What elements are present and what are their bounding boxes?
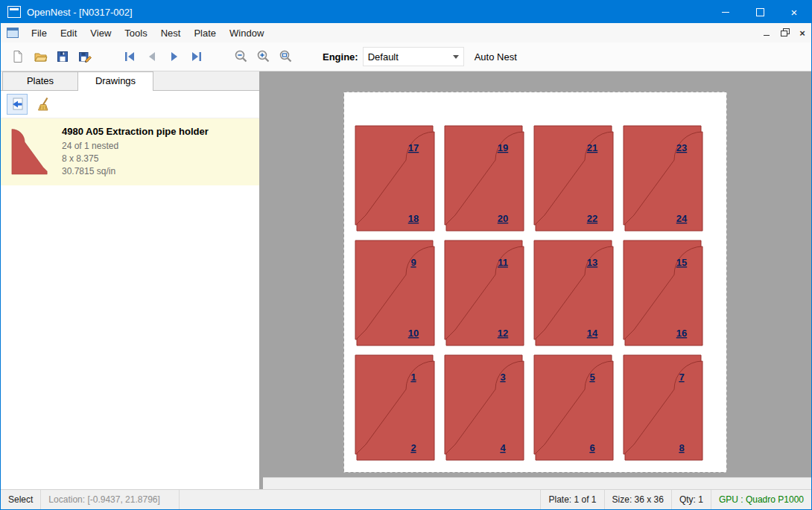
- close-button[interactable]: ×: [777, 1, 811, 23]
- part-number: 14: [587, 328, 598, 339]
- part-thumbnail: [7, 126, 53, 175]
- status-bar: Select Location: [-0.9437, 21.8796] Plat…: [1, 489, 811, 509]
- nest-pair: 1 2: [355, 355, 434, 460]
- document-icon: [7, 28, 19, 38]
- part-number: 20: [498, 213, 508, 224]
- part-number: 24: [676, 213, 688, 224]
- part-number: 8: [679, 442, 684, 453]
- blue-arrow-icon: [10, 97, 25, 112]
- next-plate-button[interactable]: [163, 45, 185, 68]
- engine-select[interactable]: Default: [363, 47, 464, 66]
- title-bar: OpenNest - [N0317-002] ×: [1, 1, 811, 23]
- app-icon: [7, 6, 21, 18]
- zoom-fit-button[interactable]: [275, 45, 297, 68]
- nest-canvas[interactable]: 17 18 19 20 21 22 23 24 9 10: [263, 71, 811, 489]
- drawing-nested-count: 24 of 1 nested: [62, 140, 209, 153]
- nest-pair: 9 10: [355, 240, 434, 345]
- nest-pair: 19 20: [445, 126, 524, 231]
- list-item[interactable]: 4980 A05 Extraction pipe holder 24 of 1 …: [1, 118, 259, 185]
- chevron-down-icon: [453, 55, 459, 59]
- new-file-button[interactable]: [7, 45, 29, 68]
- clear-nest-button[interactable]: [34, 94, 54, 115]
- first-icon: [123, 50, 136, 63]
- nest-pair: 15 16: [624, 240, 702, 345]
- zoom-in-icon: [256, 49, 271, 64]
- menu-edit[interactable]: Edit: [54, 25, 83, 42]
- nest-pair: 7 8: [624, 355, 702, 460]
- canvas-horizontal-scrollbar[interactable]: [263, 477, 811, 489]
- plate[interactable]: 17 18 19 20 21 22 23 24 9 10: [343, 92, 727, 473]
- nest-pair: 5 6: [534, 355, 613, 460]
- maximize-button[interactable]: [743, 1, 777, 23]
- menu-window[interactable]: Window: [223, 25, 270, 42]
- engine-label: Engine:: [323, 51, 358, 63]
- app-window: OpenNest - [N0317-002] × File Edit View …: [0, 0, 812, 510]
- panel-tabstrip: Plates Drawings: [1, 71, 259, 91]
- zoom-out-button[interactable]: [230, 45, 253, 68]
- part-number: 3: [500, 372, 505, 383]
- save-as-icon: [78, 50, 92, 63]
- nest-pair: 21 22: [534, 126, 613, 231]
- part-number: 12: [498, 328, 508, 339]
- menu-view[interactable]: View: [83, 25, 118, 42]
- part-number: 19: [498, 142, 508, 153]
- main-area: Plates Drawings: [1, 71, 811, 489]
- plate-svg[interactable]: 17 18 19 20 21 22 23 24 9 10: [343, 92, 727, 473]
- part-number: 15: [676, 257, 687, 268]
- part-number: 2: [410, 442, 416, 453]
- part-number: 9: [410, 257, 416, 268]
- part-number: 22: [587, 213, 597, 224]
- previous-icon: [145, 50, 159, 63]
- status-qty: Qty: 1: [671, 490, 711, 509]
- part-number: 4: [500, 442, 506, 453]
- part-number: 21: [587, 142, 597, 153]
- broom-icon: [37, 97, 51, 112]
- menu-plate[interactable]: Plate: [187, 25, 223, 42]
- status-spacer: [180, 490, 540, 509]
- part-number: 23: [676, 142, 687, 153]
- previous-plate-button[interactable]: [141, 45, 163, 68]
- send-to-plate-button[interactable]: [7, 94, 28, 115]
- mdi-minimize-button[interactable]: [758, 25, 775, 40]
- nest-pair: 11 12: [445, 240, 524, 345]
- save-button[interactable]: [51, 45, 74, 68]
- last-plate-button[interactable]: [185, 45, 208, 68]
- open-folder-icon: [34, 50, 48, 63]
- drawing-area: 30.7815 sq/in: [62, 165, 209, 178]
- last-icon: [190, 50, 203, 63]
- nest-pair: 17 18: [355, 126, 434, 231]
- main-toolbar: Engine: Default Auto Nest: [1, 42, 811, 71]
- part-number: 6: [589, 442, 594, 453]
- menu-file[interactable]: File: [25, 25, 54, 42]
- tab-drawings[interactable]: Drawings: [77, 71, 153, 91]
- open-file-button[interactable]: [29, 45, 51, 68]
- save-as-button[interactable]: [74, 45, 96, 68]
- nest-pair: 13 14: [534, 240, 613, 345]
- menu-nest[interactable]: Nest: [154, 25, 188, 42]
- mdi-close-button[interactable]: ×: [793, 25, 811, 40]
- nest-pair: 3 4: [445, 355, 524, 460]
- zoom-fit-icon: [279, 49, 294, 64]
- part-number: 13: [587, 257, 597, 268]
- menu-tools[interactable]: Tools: [118, 25, 153, 42]
- window-title: OpenNest - [N0317-002]: [27, 7, 708, 18]
- minimize-button[interactable]: [708, 1, 743, 23]
- drawings-toolbar: [1, 91, 259, 118]
- zoom-out-icon: [234, 49, 249, 64]
- status-gpu: GPU : Quadro P1000: [711, 490, 811, 509]
- new-file-icon: [11, 50, 25, 63]
- menu-bar: File Edit View Tools Nest Plate Window ×: [1, 23, 811, 42]
- mdi-restore-button[interactable]: [775, 25, 793, 40]
- part-number: 11: [498, 257, 508, 268]
- tab-plates[interactable]: Plates: [2, 71, 78, 90]
- first-plate-button[interactable]: [118, 45, 141, 68]
- part-number: 17: [408, 142, 419, 153]
- engine-selected-value: Default: [368, 51, 399, 63]
- zoom-in-button[interactable]: [253, 45, 275, 68]
- drawing-title: 4980 A05 Extraction pipe holder: [62, 126, 209, 137]
- status-mode: Select: [1, 490, 41, 509]
- auto-nest-button[interactable]: Auto Nest: [475, 51, 517, 63]
- nest-pair: 23 24: [624, 126, 702, 231]
- drawing-item-info: 4980 A05 Extraction pipe holder 24 of 1 …: [62, 126, 209, 178]
- part-number: 1: [410, 372, 416, 383]
